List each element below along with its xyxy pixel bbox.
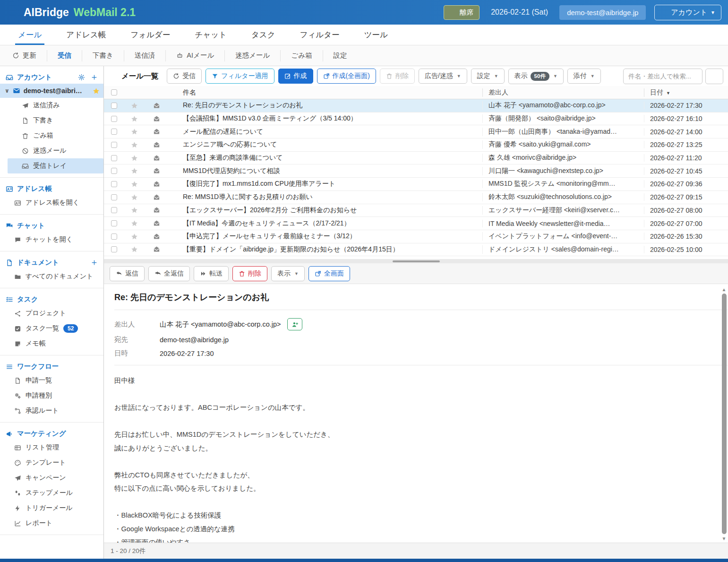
select-all-checkbox[interactable] [104,89,124,95]
row-star-toggle[interactable] [124,102,145,109]
sidebar-item-step-mail[interactable]: ステップメール [0,485,103,501]
sidebar-item-application-list[interactable]: 申請一覧 [0,373,103,388]
mail-row[interactable]: Re: 先日のデモンストレーションのお礼山本 花子 <yamamoto@abc-… [104,99,728,112]
row-read-state[interactable] [145,233,168,240]
tab-tools[interactable]: ツール [364,25,388,45]
filter-apply-button[interactable]: フィルター適用 [206,69,274,84]
settings-dropdown[interactable]: 設定▼ [471,69,505,84]
row-checkbox[interactable] [104,116,124,122]
row-checkbox[interactable] [104,155,124,161]
subtoolbar-sent[interactable]: 送信済 [124,50,166,61]
message-delete-button[interactable]: 削除 [232,266,267,281]
sidebar-item-trigger-mail[interactable]: トリガーメール [0,501,103,516]
subtoolbar-inbox[interactable]: 受信 [47,50,82,61]
sidebar-item-campaigns[interactable]: キャンペーン [0,470,103,485]
row-read-state[interactable] [145,246,168,253]
tab-chat[interactable]: チャット [195,25,227,45]
row-read-state[interactable] [145,220,168,227]
attachment-dropdown[interactable]: 添付▼ [567,69,601,84]
row-star-toggle[interactable] [124,128,145,135]
mail-row[interactable]: 【申込完了】メールセキュリティ最前線セミナー（3/12）イベントプラットフォーム… [104,230,728,243]
row-read-state[interactable] [145,141,168,148]
row-checkbox[interactable] [104,207,124,213]
sidebar-item-open-chat[interactable]: チャットを開く [0,232,103,247]
row-read-state[interactable] [145,102,168,109]
subtoolbar-ai-mail[interactable]: AIメール [166,50,225,61]
row-read-state[interactable] [145,194,168,201]
mail-row[interactable]: 【至急】来週の商談準備について森 久雄 <morivc@aibridge.jp>… [104,152,728,165]
row-star-toggle[interactable] [124,167,145,174]
sidebar-item-open-address-book[interactable]: アドレス帳を開く [0,195,103,210]
row-checkbox[interactable] [104,129,124,135]
message-fullscreen-button[interactable]: 全画面 [308,266,350,281]
scroll-up-arrow[interactable]: ▲ [721,286,727,293]
sidebar-item-spam[interactable]: 迷惑メール [0,143,103,158]
scroll-down-arrow[interactable]: ▼ [721,535,727,542]
splitter-grip-handle[interactable] [393,260,440,262]
subtoolbar-spam[interactable]: 迷惑メール [225,50,281,61]
row-checkbox[interactable] [104,168,124,174]
compose-fullscreen-button[interactable]: 作成(全画面) [317,69,376,84]
sidebar-item-drafts[interactable]: 下書き [0,113,103,128]
subtoolbar-trash[interactable]: ごみ箱 [281,50,323,61]
subject-column-header[interactable]: 件名 [168,88,482,97]
scrollbar-thumb[interactable] [722,294,727,534]
tab-tasks[interactable]: タスク [251,25,275,45]
receive-button[interactable]: 受信 [167,69,202,84]
reply-button[interactable]: 返信 [110,266,145,281]
row-read-state[interactable] [145,181,168,188]
row-read-state[interactable] [145,115,168,122]
row-checkbox[interactable] [104,103,124,109]
row-star-toggle[interactable] [124,155,145,162]
row-star-toggle[interactable] [124,141,145,148]
sidebar-item-projects[interactable]: プロジェクト [0,306,103,321]
mail-row[interactable]: 【会議招集】MMS1D v3.0 企画ミーティング（3/5 14:00）斉藤（開… [104,112,728,126]
sidebar-item-list-management[interactable]: リスト管理 [0,440,103,455]
row-star-toggle[interactable] [124,246,145,253]
sidebar-item-application-types[interactable]: 申請種別 [0,388,103,403]
row-checkbox[interactable] [104,220,124,226]
row-read-state[interactable] [145,167,168,174]
add-contact-button[interactable] [287,318,302,330]
sidebar-item-all-documents[interactable]: すべてのドキュメント [0,269,103,284]
sidebar-item-task-list[interactable]: タスク一覧52 [0,321,103,336]
message-view-dropdown[interactable]: 表示▼ [271,266,305,281]
sender-column-header[interactable]: 差出人 [482,88,644,97]
mail-row[interactable]: 【エックスサーバー】2026年2月分 ご利用料金のお知らせエックスサーバー経理部… [104,204,728,217]
mail-row[interactable]: メール配信の遅延について田中一郎（山田商事） <tanaka-i@yamad…2… [104,125,728,138]
sidebar-item-sent[interactable]: 送信済み [0,98,103,113]
sidebar-item-approval-routes[interactable]: 承認ルート [0,403,103,418]
row-star-toggle[interactable] [124,233,145,240]
search-input[interactable] [623,69,702,84]
row-read-state[interactable] [145,128,168,135]
plus-icon[interactable] [91,259,98,266]
forward-button[interactable]: 転送 [194,266,229,281]
mail-row[interactable]: Re: MMS1D導入に関するお見積りのお願い鈴木太郎 <suzuki@tech… [104,191,728,204]
sidebar-item-trash[interactable]: ごみ箱 [0,128,103,143]
row-checkbox[interactable] [104,194,124,200]
sidebar-item-templates[interactable]: テンプレート [0,455,103,470]
search-button[interactable] [705,69,723,84]
row-star-toggle[interactable] [124,194,145,201]
pane-splitter[interactable] [104,259,728,263]
row-read-state[interactable] [145,155,168,162]
row-star-toggle[interactable] [124,115,145,122]
tab-mail[interactable]: メール [18,25,42,45]
row-checkbox[interactable] [104,181,124,187]
compose-button[interactable]: 作成 [278,69,313,84]
mail-row[interactable]: 【復旧完了】mx1.mms1d.com CPU使用率アラートMMS1D 監視シス… [104,178,728,191]
account-menu-button[interactable]: アカウント ▼ [654,5,721,20]
away-status-button[interactable]: 離席 [444,5,480,20]
gear-icon[interactable] [78,74,85,81]
row-checkbox[interactable] [104,246,124,252]
read-state-column-header[interactable] [145,89,168,96]
message-scrollbar[interactable]: ▲ ▼ [721,286,727,542]
subtoolbar-drafts[interactable]: 下書き [82,50,124,61]
row-star-toggle[interactable] [124,207,145,214]
tab-folder[interactable]: フォルダー [130,25,170,45]
mail-row[interactable]: 【重要】ドメイン「aibridge.jp」更新期限のお知らせ（2026年4月15… [104,243,728,257]
row-read-state[interactable] [145,207,168,214]
sidebar-item-reports[interactable]: レポート [0,516,103,531]
reply-all-button[interactable]: 全返信 [148,266,190,281]
mail-row[interactable]: MMS1D代理店契約について相談川口陽一 <kawaguchi@nextstep… [104,164,728,178]
